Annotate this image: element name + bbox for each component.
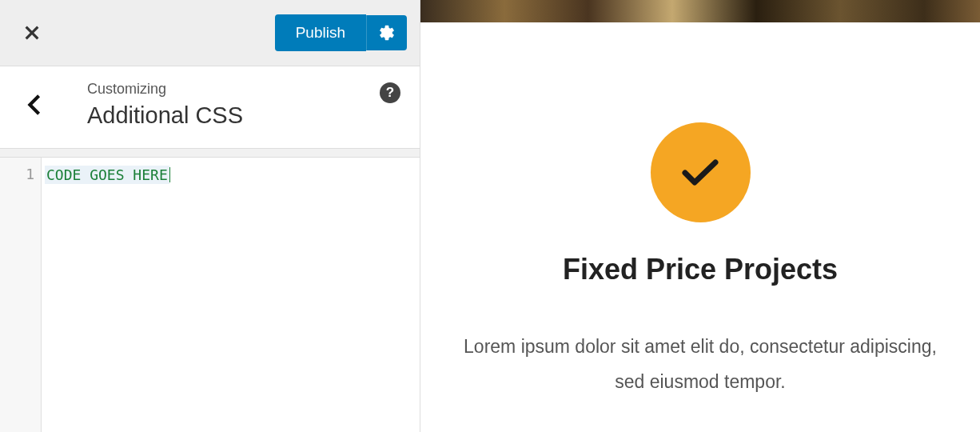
preview-pane: Fixed Price Projects Lorem ipsum dolor s… <box>420 0 980 432</box>
section-titles: Customizing Additional CSS <box>68 81 380 129</box>
editor-gutter: 1 <box>0 158 42 432</box>
check-icon <box>682 158 719 187</box>
preview-body-text: Lorem ipsum dolor sit amet elit do, cons… <box>460 330 940 399</box>
gear-icon <box>378 24 396 42</box>
preview-content: Fixed Price Projects Lorem ipsum dolor s… <box>420 22 980 399</box>
line-number: 1 <box>0 166 34 182</box>
close-icon <box>23 24 41 42</box>
help-button[interactable]: ? <box>380 82 400 103</box>
breadcrumb: Customizing <box>87 81 380 98</box>
publish-group: Publish <box>275 14 407 51</box>
code-line[interactable]: CODE GOES HERE <box>45 166 169 184</box>
section-title: Additional CSS <box>87 102 380 129</box>
css-editor[interactable]: 1 CODE GOES HERE <box>0 157 420 432</box>
editor-content[interactable]: CODE GOES HERE <box>42 158 420 432</box>
preview-heading: Fixed Price Projects <box>563 253 838 286</box>
close-button[interactable] <box>0 0 64 66</box>
preview-hero-image <box>420 0 980 22</box>
publish-button[interactable]: Publish <box>275 14 366 51</box>
customizer-topbar: Publish <box>0 0 420 66</box>
feature-icon-circle <box>651 122 751 222</box>
customizer-sidebar: Publish Customizing Additional CSS ? 1 C… <box>0 0 420 432</box>
section-header: Customizing Additional CSS ? <box>0 66 420 149</box>
chevron-left-icon <box>27 94 42 116</box>
back-button[interactable] <box>0 81 68 129</box>
publish-settings-button[interactable] <box>366 15 407 50</box>
